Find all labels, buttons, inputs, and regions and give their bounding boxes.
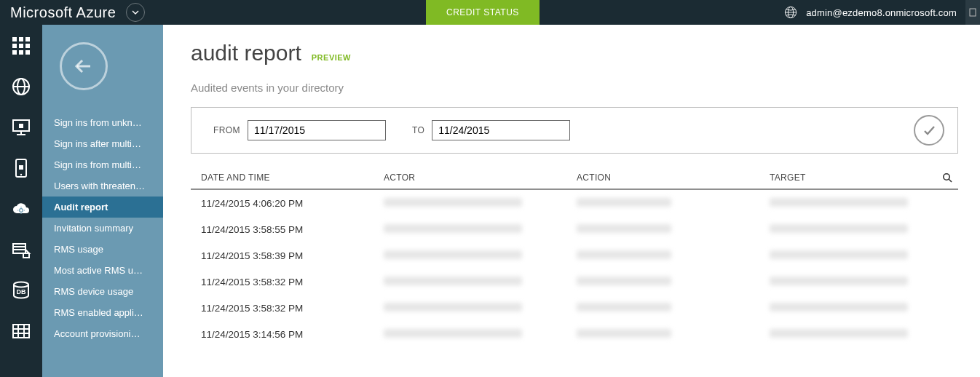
rail-cloud[interactable] bbox=[10, 198, 32, 220]
sidebar-panel: Sign ins from unkn…Sign ins after multi…… bbox=[42, 25, 163, 377]
rail-table[interactable] bbox=[10, 320, 32, 342]
sidebar-item[interactable]: Audit report bbox=[42, 197, 163, 218]
table-row[interactable]: 11/24/2015 3:58:32 PM bbox=[191, 269, 958, 295]
back-button[interactable] bbox=[60, 42, 108, 90]
svg-point-22 bbox=[20, 174, 22, 175]
cell-date: 11/24/2015 3:58:32 PM bbox=[191, 303, 384, 314]
topbar-end-button[interactable] bbox=[965, 0, 980, 25]
col-header-actor[interactable]: ACTOR bbox=[384, 172, 577, 183]
cell-actor bbox=[384, 224, 577, 235]
svg-rect-21 bbox=[19, 165, 23, 170]
rail-all-items[interactable] bbox=[10, 35, 32, 57]
audit-table: DATE AND TIME ACTOR ACTION TARGET 11/24/… bbox=[191, 170, 958, 347]
checkmark-icon bbox=[922, 123, 936, 138]
apply-filter-button[interactable] bbox=[914, 115, 944, 146]
arrow-left-icon bbox=[73, 55, 95, 77]
brand-menu-toggle[interactable] bbox=[126, 3, 145, 22]
rail-mobile[interactable] bbox=[10, 157, 32, 179]
sidebar-item[interactable]: Sign ins from unkn… bbox=[42, 112, 163, 133]
sidebar-item[interactable]: RMS device usage bbox=[42, 281, 163, 302]
sidebar-item[interactable]: Invitation summary bbox=[42, 218, 163, 239]
credit-status-button[interactable]: CREDIT STATUS bbox=[426, 0, 540, 25]
database-icon: DB bbox=[11, 280, 31, 301]
sidebar-item[interactable]: Most active RMS u… bbox=[42, 260, 163, 281]
sidebar-item[interactable]: Users with threaten… bbox=[42, 175, 163, 197]
cell-actor bbox=[384, 250, 577, 261]
svg-rect-11 bbox=[19, 50, 23, 55]
cell-date: 11/24/2015 3:14:56 PM bbox=[191, 329, 384, 340]
svg-rect-12 bbox=[25, 50, 30, 55]
cell-actor bbox=[384, 303, 577, 314]
table-row[interactable]: 11/24/2015 4:06:20 PM bbox=[191, 190, 958, 216]
from-date-input[interactable] bbox=[248, 120, 386, 140]
rail-web[interactable] bbox=[10, 76, 32, 98]
svg-text:DB: DB bbox=[17, 288, 26, 295]
table-body: 11/24/2015 4:06:20 PM11/24/2015 3:58:55 … bbox=[191, 190, 958, 347]
icon-rail: DB bbox=[0, 25, 42, 377]
svg-rect-5 bbox=[19, 37, 23, 41]
col-header-date[interactable]: DATE AND TIME bbox=[191, 172, 384, 183]
sidebar-nav: Sign ins from unkn…Sign ins after multi…… bbox=[42, 112, 163, 344]
sidebar-item[interactable]: RMS enabled appli… bbox=[42, 302, 163, 323]
col-header-target[interactable]: TARGET bbox=[770, 172, 936, 183]
to-date-input[interactable] bbox=[432, 120, 570, 140]
svg-rect-17 bbox=[19, 124, 23, 128]
user-email[interactable]: admin@ezdemo8.onmicrosoft.com bbox=[806, 7, 965, 18]
rail-database[interactable]: DB bbox=[10, 279, 32, 301]
from-label: FROM bbox=[213, 125, 240, 135]
mobile-icon bbox=[11, 158, 31, 178]
brand-name: Microsoft Azure bbox=[0, 4, 116, 21]
cell-target bbox=[770, 303, 936, 314]
table-icon bbox=[11, 321, 31, 341]
svg-rect-10 bbox=[12, 50, 17, 55]
cell-date: 11/24/2015 3:58:32 PM bbox=[191, 277, 384, 287]
sidebar-item[interactable]: Sign ins after multi… bbox=[42, 133, 163, 154]
cell-date: 11/24/2015 4:06:20 PM bbox=[191, 198, 384, 209]
globe-icon[interactable] bbox=[784, 6, 797, 19]
page-title: audit report bbox=[191, 41, 301, 66]
table-row[interactable]: 11/24/2015 3:14:56 PM bbox=[191, 321, 958, 347]
sidebar-item[interactable]: Account provisioni… bbox=[42, 323, 163, 344]
cell-target bbox=[770, 277, 936, 287]
preview-badge: PREVIEW bbox=[312, 53, 351, 62]
cell-action bbox=[577, 198, 770, 209]
rail-storage[interactable] bbox=[10, 239, 32, 261]
table-row[interactable]: 11/24/2015 3:58:32 PM bbox=[191, 295, 958, 321]
table-search-button[interactable] bbox=[936, 172, 958, 183]
topbar-right: admin@ezdemo8.onmicrosoft.com bbox=[784, 0, 980, 25]
storage-icon bbox=[11, 239, 31, 260]
main-content: audit report PREVIEW Audited events in y… bbox=[163, 25, 980, 377]
cell-target bbox=[770, 329, 936, 340]
col-header-action[interactable]: ACTION bbox=[577, 172, 770, 183]
grid-icon bbox=[11, 36, 31, 56]
svg-rect-28 bbox=[13, 244, 25, 253]
monitor-icon bbox=[11, 117, 31, 138]
cell-target bbox=[770, 250, 936, 261]
cell-date: 11/24/2015 3:58:39 PM bbox=[191, 250, 384, 261]
rail-virtual-machines[interactable] bbox=[10, 116, 32, 138]
table-row[interactable]: 11/24/2015 3:58:55 PM bbox=[191, 216, 958, 242]
svg-point-32 bbox=[14, 282, 28, 287]
chevron-down-icon bbox=[132, 9, 139, 16]
table-header: DATE AND TIME ACTOR ACTION TARGET bbox=[191, 170, 958, 190]
cell-actor bbox=[384, 329, 577, 340]
svg-rect-8 bbox=[19, 44, 23, 48]
globe-outline-icon bbox=[11, 76, 31, 97]
cell-action bbox=[577, 329, 770, 340]
page-subtitle: Audited events in your directory bbox=[191, 82, 958, 94]
cloud-gear-icon bbox=[11, 199, 31, 219]
cell-date: 11/24/2015 3:58:55 PM bbox=[191, 224, 384, 235]
svg-line-41 bbox=[949, 179, 952, 182]
svg-rect-9 bbox=[25, 44, 30, 48]
svg-rect-6 bbox=[25, 37, 30, 41]
table-row[interactable]: 11/24/2015 3:58:39 PM bbox=[191, 242, 958, 269]
cell-action bbox=[577, 224, 770, 235]
date-filter-bar: FROM TO bbox=[191, 107, 958, 154]
cell-target bbox=[770, 224, 936, 235]
svg-point-40 bbox=[944, 174, 949, 180]
top-bar: Microsoft Azure CREDIT STATUS admin@ezde… bbox=[0, 0, 980, 25]
cell-target bbox=[770, 198, 936, 209]
sidebar-item[interactable]: Sign ins from multi… bbox=[42, 154, 163, 175]
sidebar-item[interactable]: RMS usage bbox=[42, 239, 163, 260]
to-label: TO bbox=[412, 125, 424, 135]
